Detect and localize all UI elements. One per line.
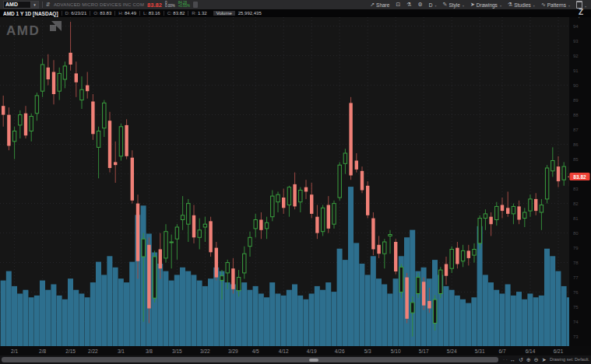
symbol-input[interactable]: AMD bbox=[3, 1, 31, 9]
svg-text:2/1: 2/1 bbox=[11, 348, 18, 354]
svg-text:83: 83 bbox=[573, 187, 579, 191]
camera-icon: ⊡ bbox=[396, 2, 400, 8]
studies-button[interactable]: ⚗ Studies ▾ bbox=[508, 2, 535, 8]
ohlc-fields: D: 6/23/21O: 83.83H: 84.49L: 83.16C: 83.… bbox=[62, 11, 210, 16]
chart-title: AMD 1 Y 1D [NASDAQ] bbox=[3, 11, 62, 16]
volume-label[interactable]: Volume bbox=[213, 11, 234, 16]
zoom-controls: ↔ ↺ ⊕ ⊖ ➤ bbox=[510, 355, 547, 364]
svg-text:91: 91 bbox=[573, 68, 579, 73]
svg-text:94: 94 bbox=[573, 24, 579, 29]
svg-text:5/17: 5/17 bbox=[419, 348, 429, 354]
ohlc-readout-bar: AMD 1 Y 1D [NASDAQ] D: 6/23/21O: 83.83H:… bbox=[0, 9, 591, 17]
svg-text:5/10: 5/10 bbox=[391, 348, 401, 354]
trading-app-window: AMD ▾ ⇵ ADVANCED MICRO DEVICES INC COM 8… bbox=[0, 0, 591, 364]
chart-scrollbar[interactable] bbox=[2, 357, 498, 362]
svg-text:2/15: 2/15 bbox=[65, 348, 76, 354]
extended-change-percent: +0.55% bbox=[178, 5, 190, 9]
period-button[interactable]: D ▾ bbox=[429, 2, 437, 8]
drawings-button[interactable]: ➤ Drawings ▾ bbox=[470, 2, 501, 8]
style-button[interactable]: ✎ Style ▾ bbox=[443, 2, 464, 8]
svg-text:92: 92 bbox=[573, 54, 579, 58]
panel-dots: · · bbox=[503, 355, 508, 364]
svg-text:77: 77 bbox=[573, 275, 579, 280]
ohlc-field: H: 84.49 bbox=[114, 11, 139, 16]
svg-text:4/19: 4/19 bbox=[307, 348, 317, 354]
svg-text:4/12: 4/12 bbox=[279, 348, 289, 354]
compare-icon[interactable]: ⇵ bbox=[46, 0, 51, 9]
caret-down-icon: ▾ bbox=[568, 4, 570, 8]
caret-down-icon: ▾ bbox=[500, 4, 501, 8]
svg-text:3/15: 3/15 bbox=[172, 348, 182, 354]
quote-toolbar: AMD ▾ ⇵ ADVANCED MICRO DEVICES INC COM 8… bbox=[0, 0, 591, 9]
ohlc-field: D: 6/23/21 bbox=[62, 11, 90, 16]
svg-text:5/3: 5/3 bbox=[364, 348, 371, 354]
cursor-icon: ➤ bbox=[470, 2, 475, 8]
caret-down-icon: ▾ bbox=[435, 4, 437, 8]
svg-text:86: 86 bbox=[573, 142, 579, 147]
svg-text:AMD: AMD bbox=[6, 23, 40, 38]
snapshot-button[interactable]: ⊡ bbox=[396, 2, 400, 8]
ohlc-field: C: 83.82 bbox=[164, 11, 188, 16]
caret-down-icon: ▾ bbox=[585, 5, 586, 9]
divider bbox=[42, 2, 43, 8]
flask-icon: ⚗ bbox=[406, 2, 411, 8]
toolbar-buttons: ↗ Share ⊡ ⚗ ⚙ D ▾ ✎ Style ▾ ➤ bbox=[370, 1, 588, 9]
quote-divider bbox=[193, 2, 198, 8]
change-percent: 0.00% bbox=[165, 5, 175, 9]
svg-text:2/8: 2/8 bbox=[39, 348, 46, 354]
zoom-in-icon[interactable]: ⊕ bbox=[526, 355, 531, 364]
svg-text:3/22: 3/22 bbox=[200, 348, 210, 354]
svg-text:85: 85 bbox=[573, 157, 579, 162]
svg-text:79: 79 bbox=[573, 246, 579, 250]
bottom-bar: · · ↔ ↺ ⊕ ⊖ ➤ Drawing set: Default. bbox=[0, 355, 591, 364]
svg-text:3/29: 3/29 bbox=[228, 348, 238, 354]
ohlc-field: O: 83.83 bbox=[90, 11, 114, 16]
svg-text:5/24: 5/24 bbox=[447, 348, 457, 354]
svg-text:4/26: 4/26 bbox=[335, 348, 345, 354]
pan-arrows-icon[interactable]: ↔ bbox=[510, 355, 515, 364]
settings-button[interactable]: ⚙ bbox=[418, 2, 423, 8]
scrollbar-grip[interactable] bbox=[309, 359, 318, 362]
svg-text:81: 81 bbox=[573, 216, 579, 221]
svg-text:74: 74 bbox=[573, 320, 579, 324]
caret-down-icon: ▾ bbox=[533, 4, 535, 8]
svg-text:87: 87 bbox=[573, 128, 579, 132]
svg-text:6/21: 6/21 bbox=[554, 348, 564, 354]
svg-text:3/8: 3/8 bbox=[146, 348, 153, 354]
ohlc-field: R: 1.32 bbox=[188, 11, 209, 16]
caret-down-icon: ▾ bbox=[463, 4, 464, 8]
zoom-out-icon[interactable]: ⊖ bbox=[534, 355, 539, 364]
svg-text:80: 80 bbox=[573, 231, 579, 236]
svg-text:90: 90 bbox=[573, 83, 579, 88]
symbol-dropdown-caret-icon[interactable]: ▾ bbox=[31, 1, 39, 9]
svg-text:89: 89 bbox=[573, 98, 579, 103]
volume-value: 25,992,435 bbox=[234, 11, 265, 16]
wave-icon: ∿ bbox=[541, 2, 546, 8]
ohlc-field: L: 83.16 bbox=[139, 11, 164, 16]
share-icon: ↗ bbox=[370, 2, 375, 8]
events-button[interactable]: ⚗ bbox=[406, 2, 411, 8]
reset-zoom-icon[interactable]: ↺ bbox=[519, 355, 523, 364]
svg-text:83.82: 83.82 bbox=[573, 174, 586, 180]
share-button[interactable]: ↗ Share bbox=[370, 2, 389, 8]
svg-text:76: 76 bbox=[573, 290, 579, 295]
extended-quote: 84.28 +0.55% bbox=[178, 2, 190, 9]
drawing-set-label[interactable]: Drawing set: Default. bbox=[550, 355, 589, 364]
flask-icon: ⚗ bbox=[508, 2, 512, 8]
svg-text:78: 78 bbox=[573, 261, 579, 265]
svg-text:82: 82 bbox=[573, 201, 579, 206]
svg-text:4/5: 4/5 bbox=[252, 348, 259, 354]
svg-text:5/31: 5/31 bbox=[475, 348, 485, 354]
crosshair-cursor-icon[interactable]: ➤ bbox=[542, 355, 547, 364]
patterns-button[interactable]: ∿ Patterns ▾ bbox=[541, 2, 570, 8]
change-readout: 0 0.00% bbox=[165, 2, 175, 9]
gear-icon: ⚙ bbox=[418, 2, 423, 8]
z-icon[interactable]: Z‹ bbox=[579, 9, 583, 19]
price-chart[interactable]: AMD7374757677787980818283848586878889909… bbox=[0, 17, 591, 355]
company-name: ADVANCED MICRO DEVICES INC COM bbox=[54, 2, 144, 7]
svg-text:6/14: 6/14 bbox=[526, 348, 536, 354]
brush-icon: ✎ bbox=[443, 2, 448, 8]
symbol-lookup[interactable]: AMD ▾ bbox=[3, 1, 39, 9]
svg-text:6/7: 6/7 bbox=[498, 348, 505, 354]
svg-text:93: 93 bbox=[573, 39, 579, 44]
